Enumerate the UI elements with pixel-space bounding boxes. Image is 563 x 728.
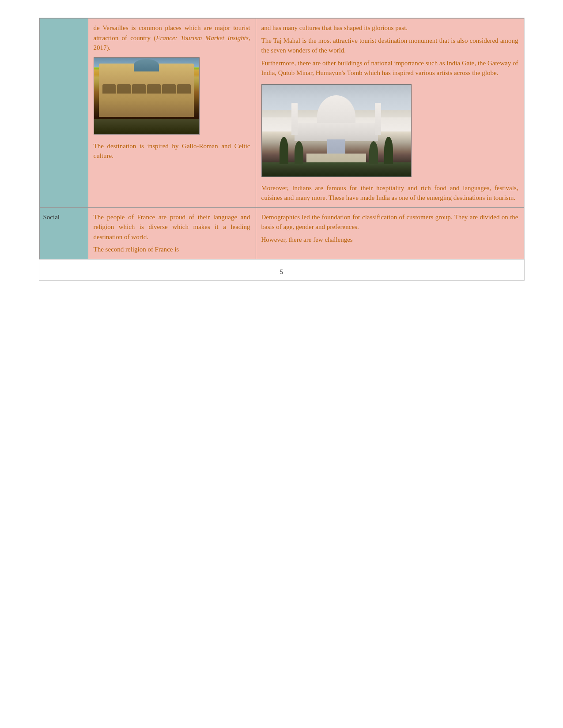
- opera-dome: [134, 59, 159, 71]
- label-cell-1: [39, 19, 88, 208]
- page-number-text: 5: [280, 268, 283, 275]
- india-social-text-2: However, there are few challenges: [261, 235, 518, 245]
- page-number: 5: [39, 259, 524, 280]
- opera-street: [94, 119, 199, 134]
- label-cell-social: Social: [39, 207, 88, 259]
- india-text-4: Moreover, Indians are famous for their h…: [261, 183, 518, 203]
- opera-windows-row: [102, 84, 191, 94]
- india-cell-social: Demographics led the foundation for clas…: [256, 207, 524, 259]
- taj-minaret-right: [375, 103, 381, 135]
- india-text-2: The Taj Mahal is the most attractive tou…: [261, 36, 518, 56]
- social-label: Social: [43, 214, 60, 221]
- taj-body: [295, 123, 378, 142]
- taj-garden: [262, 162, 411, 176]
- france-citation: France: Tourism Market Insights,: [156, 34, 250, 41]
- france-text-2: The destination is inspired by Gallo-Rom…: [94, 141, 250, 161]
- table-row-1: de Versailles is common places which are…: [39, 19, 524, 208]
- taj-mahal-image: [261, 84, 412, 177]
- taj-tree-left-2: [295, 141, 303, 164]
- taj-minaret-left: [291, 103, 298, 135]
- paris-opera-image: [94, 57, 200, 135]
- france-text-1: de Versailles is common places which are…: [94, 23, 250, 53]
- page: de Versailles is common places which are…: [39, 18, 525, 281]
- india-social-text: Demographics led the foundation for clas…: [261, 212, 518, 232]
- taj-tree-right-1: [384, 137, 393, 164]
- france-social-text-2: The second religion of France is: [94, 244, 250, 255]
- content-table: de Versailles is common places which are…: [39, 18, 524, 259]
- india-cell-1: and has many cultures that has shaped it…: [256, 19, 524, 208]
- france-cell-1: de Versailles is common places which are…: [88, 19, 256, 208]
- taj-tree-left-1: [280, 137, 288, 164]
- france-social-text: The people of France are proud of their …: [94, 212, 250, 242]
- india-text-3: Furthermore, there are other buildings o…: [261, 58, 518, 78]
- table-row-social: Social The people of France are proud of…: [39, 207, 524, 259]
- france-cell-social: The people of France are proud of their …: [88, 207, 256, 259]
- taj-tree-right-2: [369, 141, 378, 164]
- india-text-1: and has many cultures that has shaped it…: [261, 23, 518, 33]
